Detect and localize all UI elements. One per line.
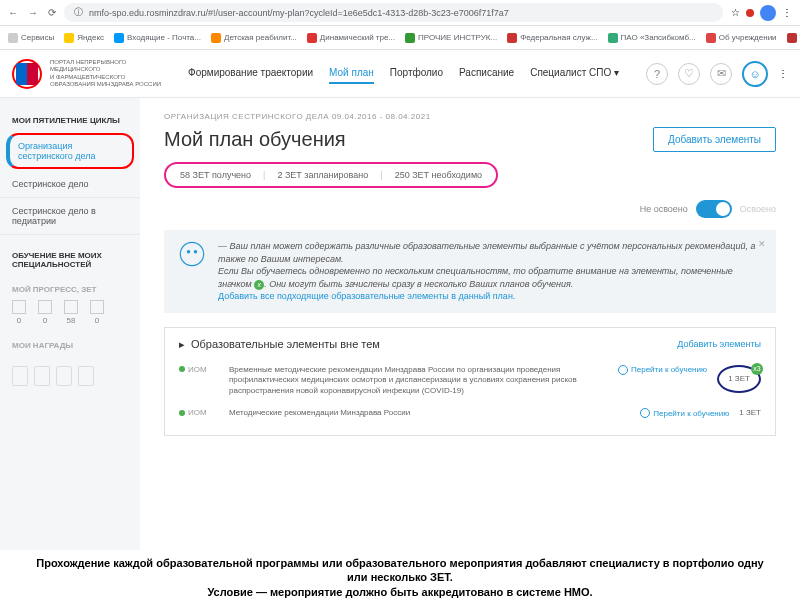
help-icon[interactable]: ? [646,63,668,85]
iom-badge: ИОМ [179,365,219,374]
edu-add-link[interactable]: Добавить элементы [677,339,761,349]
go-to-study-link[interactable]: Перейти к обучению [640,408,729,418]
iom-badge: ИОМ [179,408,219,417]
robot-icon [178,240,206,268]
stat-planned: 2 ЗЕТ запланировано [277,170,368,180]
bookmarks-bar: Сервисы Яндекс Входящие - Почта... Детск… [0,26,800,50]
svg-point-1 [187,250,191,254]
page-title: Мой план обучения [164,128,346,151]
stat-received: 58 ЗЕТ получено [180,170,251,180]
edu-item: ИОМ Методические рекомендации Минздрава … [179,402,761,424]
sidebar-progress-heading: МОЙ ПРОГРЕСС, ЗЕТ [12,285,128,294]
toggle-label-left: Не освоено [640,204,688,214]
stats-bar: 58 ЗЕТ получено| 2 ЗЕТ запланировано| 25… [164,162,498,188]
progress-item: 0 [90,300,104,325]
edu-desc: Временные методические рекомендации Минз… [229,365,608,396]
bookmark-item[interactable]: Яндекс [64,33,104,43]
lock-icon: ⓘ [74,6,83,19]
toggle-label-right: Освоено [740,204,776,214]
message-icon[interactable]: ✉ [710,63,732,85]
add-elements-button[interactable]: Добавить элементы [653,127,776,152]
logo-text: ПОРТАЛ НЕПРЕРЫВНОГОМЕДИЦИНСКОГО И ФАРМАЦ… [50,59,161,88]
forward-icon[interactable]: → [28,7,38,18]
menu-icon[interactable]: ⋮ [782,7,792,18]
app-header: ПОРТАЛ НЕПРЕРЫВНОГОМЕДИЦИНСКОГО И ФАРМАЦ… [0,50,800,98]
bookmark-item[interactable]: ПРОЧИЕ ИНСТРУК... [405,33,497,43]
bookmark-item[interactable]: Об учреждении [706,33,777,43]
nav-portfolio[interactable]: Портфолио [390,63,443,84]
progress-item: 58 [64,300,78,325]
main-content: ОРГАНИЗАЦИЯ СЕСТРИНСКОГО ДЕЛА 09.04.2016… [140,98,800,550]
back-icon[interactable]: ← [8,7,18,18]
info-box: — Ваш план может содержать различные обр… [164,230,776,313]
progress-item: 0 [38,300,52,325]
logo-icon [12,59,42,89]
edu-section-title: ▸Образовательные элементы вне тем [179,338,380,351]
sidebar: МОИ ПЯТИЛЕТНИЕ ЦИКЛЫ Организация сестрин… [0,98,140,550]
footer-caption: Прохождение каждой образовательной прогр… [0,550,800,600]
play-icon [640,408,650,418]
go-to-study-link[interactable]: Перейти к обучению [618,365,707,375]
bookmark-item[interactable]: ПАО «Запсибкомб... [608,33,696,43]
star-icon[interactable]: ☆ [731,7,740,18]
reload-icon[interactable]: ⟳ [48,7,56,18]
nav-myplan[interactable]: Мой план [329,63,374,84]
bookmark-item[interactable]: Тюменская госуда... [787,33,800,43]
zet-text: 1 ЗЕТ [739,408,761,417]
toggle-switch[interactable] [696,200,732,218]
play-icon [618,365,628,375]
sidebar-cycles-heading: МОИ ПЯТИЛЕТНИЕ ЦИКЛЫ [0,110,140,131]
edu-desc: Методические рекомендации Минздрава Росс… [229,408,630,418]
close-icon[interactable]: ✕ [758,238,766,251]
sidebar-item-sestr[interactable]: Сестринское дело [0,171,140,198]
sidebar-awards-heading: МОИ НАГРАДЫ [0,335,140,356]
sidebar-outside-heading: ОБУЧЕНИЕ ВНЕ МОИХ СПЕЦИАЛЬНОСТЕЙ [0,245,140,275]
url-text: nmfo-spo.edu.rosminzdrav.ru/#!/user-acco… [89,8,509,18]
org-label: ОРГАНИЗАЦИЯ СЕСТРИНСКОГО ДЕЛА 09.04.2016… [164,112,776,121]
browser-toolbar: ← → ⟳ ⓘ nmfo-spo.edu.rosminzdrav.ru/#!/u… [0,0,800,26]
edu-section: ▸Образовательные элементы вне тем Добави… [164,327,776,436]
svg-point-2 [194,250,198,254]
avatar[interactable] [760,5,776,21]
sidebar-item-org[interactable]: Организация сестринского дела [6,133,134,169]
bookmark-item[interactable]: Федеральная служ... [507,33,597,43]
edu-item: ИОМ Временные методические рекомендации … [179,359,761,402]
bookmark-item[interactable]: Детская реабилит... [211,33,297,43]
bookmark-item[interactable]: Входящие - Почта... [114,33,201,43]
menu-dots-icon[interactable]: ⋮ [778,68,788,79]
sidebar-item-ped[interactable]: Сестринское дело в педиатрии [0,198,140,235]
nav-specialist[interactable]: Специалист СПО ▾ [530,63,619,84]
awards-row [0,356,140,396]
progress-item: 0 [12,300,26,325]
zet-badge: 1 ЗЕТx3 [717,365,761,393]
nav-schedule[interactable]: Расписание [459,63,514,84]
user-icon[interactable]: ☺ [742,61,768,87]
status-dot [746,9,754,17]
bookmark-item[interactable]: Сервисы [8,33,54,43]
bookmark-item[interactable]: Динамический тре... [307,33,395,43]
info-link[interactable]: Добавить все подходящие образовательные … [218,290,762,303]
url-bar[interactable]: ⓘ nmfo-spo.edu.rosminzdrav.ru/#!/user-ac… [64,3,723,22]
nav-trajectory[interactable]: Формирование траектории [188,63,313,84]
stat-required: 250 ЗЕТ необходимо [395,170,482,180]
bell-icon[interactable]: ♡ [678,63,700,85]
badge-icon: x [254,280,264,290]
svg-point-0 [180,242,203,265]
